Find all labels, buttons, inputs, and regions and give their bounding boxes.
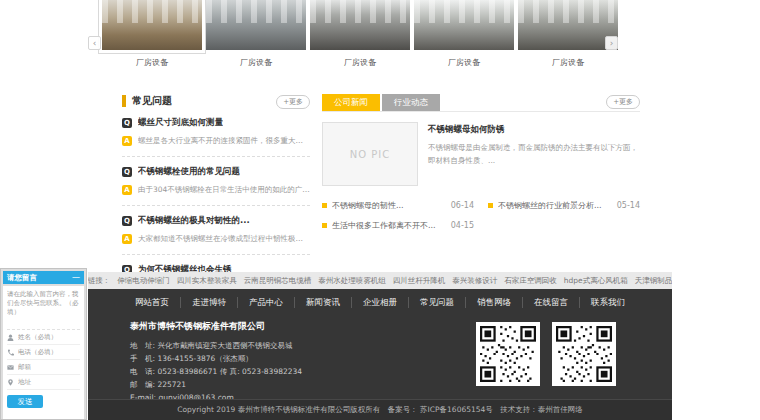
- faq-item[interactable]: Q 不锈钢螺栓使用的常见问题 A 由于304不锈钢螺栓在日常生活中使用的如此的广…: [122, 157, 310, 206]
- factory-photo-carousel: 厂房设备 厂房设备 厂房设备 厂房设备 厂房设备: [102, 0, 618, 68]
- news-list-item[interactable]: 不锈钢螺丝的行业前景分析... 05-14: [488, 200, 640, 211]
- tab-company-news[interactable]: 公司新闻: [322, 94, 380, 111]
- factory-photo-1[interactable]: 厂房设备: [102, 0, 202, 68]
- message-widget-header[interactable]: 请您留言 —: [3, 271, 84, 284]
- friend-link[interactable]: 云南昆明铜芯电缆槽: [244, 276, 312, 286]
- factory-photo-image[interactable]: [414, 0, 514, 50]
- footer-contact: 泰州市博特不锈钢标准件有限公司 地 址: 兴化市戴南镇迎宾大道西侧不锈钢交易城 …: [130, 320, 302, 404]
- faq-question-text[interactable]: 不锈钢螺栓使用的常见问题: [138, 166, 240, 178]
- contact-phone-fax: 电 话: 0523-83986671 传 真: 0523-83982234: [130, 365, 302, 378]
- message-textarea[interactable]: [7, 290, 80, 330]
- news-item-title[interactable]: 不锈钢螺母的韧性...: [332, 200, 445, 211]
- name-input[interactable]: [18, 333, 80, 341]
- faq-answer-text: 大家都知道不锈钢螺丝在冷镦成型过程中韧性极为重要不...: [138, 234, 310, 244]
- footer-nav-message[interactable]: 在线留言: [523, 297, 580, 308]
- faq-answer: A 螺丝是各大行业离不开的连接紧固件，很多重大事故的...: [122, 136, 310, 146]
- news-item-date: 05-14: [617, 201, 640, 210]
- contact-mobile: 手 机: 136-4155-3876（张杰顺）: [130, 352, 302, 365]
- carousel-next-icon[interactable]: ›: [605, 36, 618, 50]
- news-more-button[interactable]: +更多: [606, 95, 640, 109]
- footer-nav-products[interactable]: 产品中心: [238, 297, 295, 308]
- phone-icon: [7, 349, 14, 356]
- photo-caption[interactable]: 厂房设备: [310, 57, 410, 68]
- factory-photo-2[interactable]: 厂房设备: [206, 0, 306, 68]
- friend-link[interactable]: 石家庄空调回收: [504, 276, 557, 286]
- featured-news-body: 不锈钢螺母如何防锈 不锈钢螺母是由金属制造，而金属防锈的办法主要有以下方面，即材…: [428, 122, 640, 186]
- qr-code-1: [476, 322, 540, 386]
- footer-nav-news[interactable]: 新闻资讯: [295, 297, 352, 308]
- friend-link[interactable]: 伸缩电动伸缩门: [117, 276, 170, 286]
- news-item-title[interactable]: 生活中很多工作都离不开不...: [332, 220, 445, 231]
- friend-links-bar: 友情链接： 伸缩电动伸缩门 四川实木整装家具 云南昆明铜芯电缆槽 泰州水处理喷雾…: [88, 272, 672, 289]
- photo-caption[interactable]: 厂房设备: [414, 57, 514, 68]
- email-input[interactable]: [18, 363, 80, 371]
- name-field-row: [7, 330, 80, 345]
- address-input[interactable]: [18, 378, 80, 386]
- factory-photo-image[interactable]: [206, 0, 306, 50]
- contact-zipcode: 邮 编: 225721: [130, 378, 302, 391]
- footer-nav: 网站首页 走进博特 产品中心 新闻资讯 企业相册 常见问题 销售网络 在线留言 …: [88, 289, 672, 308]
- qr-codes: [476, 322, 616, 386]
- section-title-bar: [122, 95, 126, 107]
- friend-link[interactable]: 泰州水处理喷雾机组: [318, 276, 386, 286]
- carousel-prev-icon[interactable]: ‹: [88, 36, 101, 50]
- faq-more-button[interactable]: +更多: [276, 95, 310, 109]
- faq-item[interactable]: Q 螺丝尺寸到底如何测量 A 螺丝是各大行业离不开的连接紧固件，很多重大事故的.…: [122, 108, 310, 157]
- featured-news-title[interactable]: 不锈钢螺母如何防锈: [428, 124, 640, 136]
- a-badge-icon: A: [122, 234, 132, 244]
- news-item-date: 04-15: [451, 221, 474, 230]
- q-badge-icon: Q: [122, 216, 132, 226]
- bullet-icon: [322, 223, 327, 228]
- faq-answer: A 大家都知道不锈钢螺丝在冷镦成型过程中韧性极为重要不...: [122, 234, 310, 244]
- address-field-row: [7, 375, 80, 390]
- friend-link[interactable]: hdpe式离心风机箱: [564, 276, 628, 286]
- no-pic-placeholder[interactable]: NO PIC: [322, 122, 418, 186]
- footer-nav-network[interactable]: 销售网络: [466, 297, 523, 308]
- factory-photo-3[interactable]: 厂房设备: [310, 0, 410, 68]
- page: 厂房设备 厂房设备 厂房设备 厂房设备 厂房设备 ‹ › 常见问题 +更多 Q: [88, 0, 672, 420]
- friend-link[interactable]: 泰兴装修设计: [452, 276, 497, 286]
- footer-nav-contact[interactable]: 联系我们: [580, 297, 636, 308]
- faq-question-text[interactable]: 不锈钢螺丝的极具对韧性的...: [138, 215, 250, 227]
- faq-question[interactable]: Q 不锈钢螺栓使用的常见问题: [122, 166, 310, 178]
- faq-question-text[interactable]: 螺丝尺寸到底如何测量: [138, 117, 223, 129]
- footer-nav-album[interactable]: 企业相册: [352, 297, 409, 308]
- news-tabbar: 公司新闻 行业动态 +更多: [322, 94, 640, 112]
- location-pin-icon: [7, 379, 14, 386]
- faq-question[interactable]: Q 不锈钢螺丝的极具对韧性的...: [122, 215, 310, 227]
- news-list-item[interactable]: 生活中很多工作都离不开不... 04-15: [322, 220, 474, 231]
- factory-photo-image[interactable]: [310, 0, 410, 50]
- friend-link[interactable]: 四川实木整装家具: [177, 276, 237, 286]
- factory-photo-image[interactable]: [518, 0, 618, 50]
- friend-link[interactable]: 四川丝杆升降机: [393, 276, 446, 286]
- send-button[interactable]: 发送: [7, 395, 43, 408]
- news-item-date: 06-14: [451, 201, 474, 210]
- footer-nav-faq[interactable]: 常见问题: [409, 297, 466, 308]
- photo-caption[interactable]: 厂房设备: [206, 57, 306, 68]
- factory-photo-image[interactable]: [102, 0, 202, 50]
- featured-news: NO PIC 不锈钢螺母如何防锈 不锈钢螺母是由金属制造，而金属防锈的办法主要有…: [322, 122, 640, 186]
- phone-input[interactable]: [18, 348, 80, 356]
- news-item-title[interactable]: 不锈钢螺丝的行业前景分析...: [498, 200, 611, 211]
- faq-question[interactable]: Q 螺丝尺寸到底如何测量: [122, 117, 310, 129]
- copyright-bar: Copyright 2019 泰州市博特不锈钢标准件有限公司版权所有 备案号： …: [88, 399, 672, 420]
- friend-links-label: 友情链接：: [88, 276, 110, 286]
- minimize-icon[interactable]: —: [72, 274, 80, 282]
- faq-title: 常见问题: [132, 94, 172, 108]
- a-badge-icon: A: [122, 136, 132, 146]
- q-badge-icon: Q: [122, 167, 132, 177]
- faq-answer-text: 螺丝是各大行业离不开的连接紧固件，很多重大事故的...: [138, 136, 310, 146]
- message-widget-title: 请您留言: [7, 273, 37, 283]
- photo-caption[interactable]: 厂房设备: [102, 57, 202, 68]
- bullet-icon: [488, 203, 493, 208]
- factory-photo-4[interactable]: 厂房设备: [414, 0, 514, 68]
- footer-nav-about[interactable]: 走进博特: [181, 297, 238, 308]
- person-icon: [7, 334, 14, 341]
- footer-nav-home[interactable]: 网站首页: [124, 297, 181, 308]
- photo-caption[interactable]: 厂房设备: [518, 57, 618, 68]
- tab-industry-news[interactable]: 行业动态: [382, 94, 440, 111]
- friend-link[interactable]: 天津钢制品检测: [635, 276, 672, 286]
- factory-photo-5[interactable]: 厂房设备: [518, 0, 618, 68]
- news-list-item[interactable]: 不锈钢螺母的韧性... 06-14: [322, 200, 474, 211]
- faq-item[interactable]: Q 不锈钢螺丝的极具对韧性的... A 大家都知道不锈钢螺丝在冷镦成型过程中韧性…: [122, 206, 310, 255]
